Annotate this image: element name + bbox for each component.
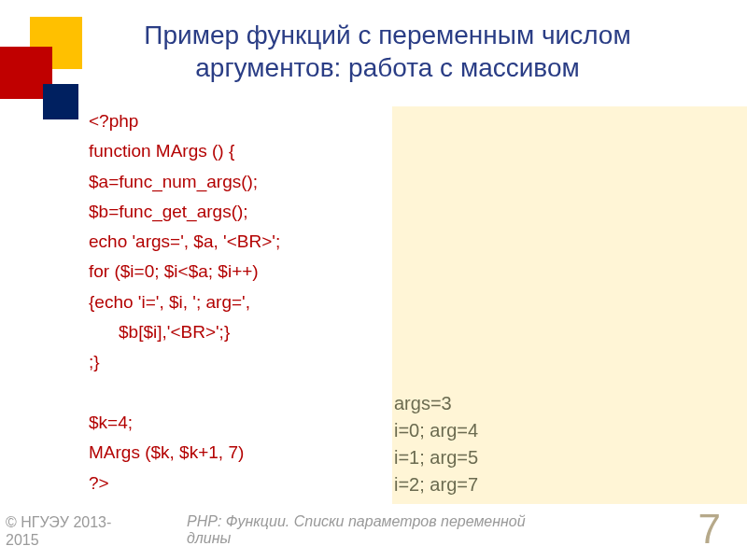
- slide-title: Пример функций с переменным числом аргум…: [0, 0, 747, 95]
- title-line-2: аргументов: работа с массивом: [84, 51, 691, 84]
- output-block: args=3 i=0; arg=4 i=1; arg=5 i=2; arg=7: [394, 390, 478, 498]
- code-column: <?php function MArgs () { $a=func_num_ar…: [0, 106, 392, 504]
- code-line: function MArgs () {: [89, 136, 392, 166]
- page-number: 7: [698, 506, 721, 553]
- output-line: i=0; arg=4: [394, 417, 478, 444]
- code-line: $b[$i],'<BR>';}: [89, 317, 392, 347]
- output-line: i=1; arg=5: [394, 444, 478, 471]
- code-line: ;}: [89, 347, 392, 377]
- code-line: MArgs ($k, $k+1, 7): [89, 438, 392, 468]
- code-line: for ($i=0; $i<$a; $i++): [89, 257, 392, 287]
- output-line: i=2; arg=7: [394, 471, 478, 498]
- decor-square-blue: [43, 84, 78, 119]
- slide-content: <?php function MArgs () { $a=func_num_ar…: [0, 95, 747, 504]
- code-line: $a=func_num_args();: [89, 167, 392, 197]
- code-line: $k=4;: [89, 408, 392, 438]
- output-line: args=3: [394, 390, 478, 417]
- copyright-line-1: © НГУЭУ 2013-: [6, 513, 111, 531]
- code-line: $b=func_get_args();: [89, 197, 392, 227]
- code-line: ?>: [89, 469, 392, 498]
- code-line: echo 'args=', $a, '<BR>';: [89, 227, 392, 257]
- code-line: {echo 'i=', $i, '; arg=',: [89, 287, 392, 317]
- code-line: <?php: [89, 106, 392, 136]
- output-column: args=3 i=0; arg=4 i=1; arg=5 i=2; arg=7: [392, 106, 747, 504]
- code-line: [89, 378, 392, 408]
- copyright-line-2: 2015: [6, 531, 111, 549]
- footer-copyright: © НГУЭУ 2013- 2015: [6, 513, 111, 549]
- title-line-1: Пример функций с переменным числом: [84, 19, 691, 51]
- footer-subtitle: PHP: Функции. Списки параметров переменн…: [187, 513, 560, 547]
